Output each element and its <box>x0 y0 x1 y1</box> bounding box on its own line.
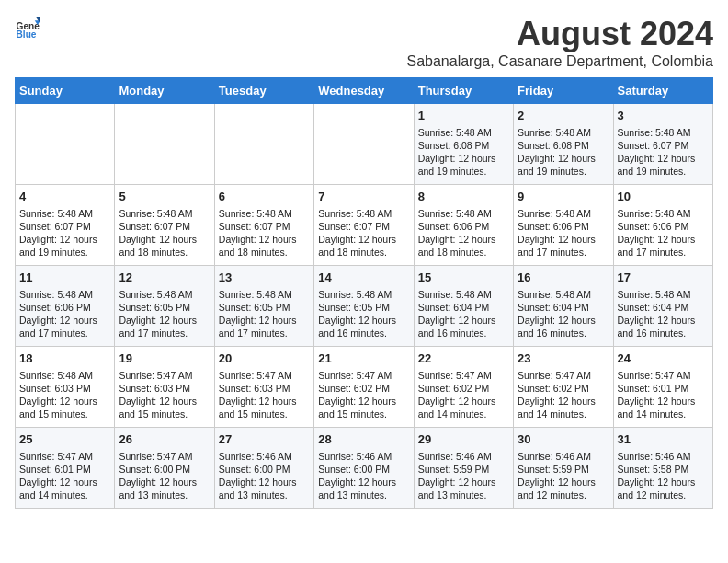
day-number: 24 <box>618 350 709 367</box>
day-info-line: and 19 minutes. <box>19 246 110 259</box>
day-number: 25 <box>19 431 110 448</box>
calendar-cell <box>115 104 214 185</box>
day-info-line: Sunset: 6:05 PM <box>119 301 210 314</box>
day-info-line: and 15 minutes. <box>219 408 310 420</box>
main-title: August 2024 <box>406 15 713 53</box>
day-info-line: and 15 minutes. <box>318 408 409 420</box>
calendar-week-row: 1Sunrise: 5:48 AMSunset: 6:08 PMDaylight… <box>16 104 713 185</box>
day-info-line: Daylight: 12 hours <box>418 314 509 327</box>
weekday-saturday: Saturday <box>613 78 712 104</box>
day-info-line: Daylight: 12 hours <box>19 233 110 246</box>
day-info-line: Sunrise: 5:48 AM <box>618 126 709 139</box>
day-info-line: Sunset: 6:02 PM <box>418 382 509 395</box>
calendar-week-row: 25Sunrise: 5:47 AMSunset: 6:01 PMDayligh… <box>16 428 713 509</box>
day-info-line: and 16 minutes. <box>518 327 609 339</box>
day-info-line: Daylight: 12 hours <box>19 395 110 408</box>
day-info-line: Sunrise: 5:47 AM <box>418 369 509 382</box>
day-info-line: and 17 minutes. <box>219 327 310 339</box>
day-info-line: Daylight: 12 hours <box>318 476 409 488</box>
day-number: 23 <box>518 350 609 367</box>
day-info-line: Daylight: 12 hours <box>19 314 110 327</box>
day-info-line: Sunset: 6:07 PM <box>119 220 210 233</box>
day-info-line: Sunset: 6:07 PM <box>318 220 409 233</box>
day-info-line: Sunrise: 5:46 AM <box>318 450 409 463</box>
day-info-line: Daylight: 12 hours <box>219 233 310 246</box>
day-info-line: and 14 minutes. <box>418 408 509 420</box>
calendar-cell: 27Sunrise: 5:46 AMSunset: 6:00 PMDayligh… <box>214 428 313 509</box>
calendar-cell: 13Sunrise: 5:48 AMSunset: 6:05 PMDayligh… <box>214 266 313 347</box>
day-number: 3 <box>618 108 709 124</box>
day-info-line: Daylight: 12 hours <box>618 395 709 408</box>
calendar-cell: 2Sunrise: 5:48 AMSunset: 6:08 PMDaylight… <box>514 104 613 185</box>
day-info-line: Sunrise: 5:48 AM <box>518 288 609 301</box>
calendar-week-row: 18Sunrise: 5:48 AMSunset: 6:03 PMDayligh… <box>16 347 713 428</box>
weekday-tuesday: Tuesday <box>214 78 313 104</box>
day-info-line: Sunset: 6:06 PM <box>618 220 709 233</box>
day-info-line: and 13 minutes. <box>219 488 310 501</box>
day-info-line: Daylight: 12 hours <box>518 314 609 327</box>
calendar-cell: 31Sunrise: 5:46 AMSunset: 5:58 PMDayligh… <box>613 428 712 509</box>
day-number: 26 <box>119 431 210 448</box>
day-number: 11 <box>19 270 110 286</box>
day-number: 15 <box>418 270 509 286</box>
calendar-cell: 12Sunrise: 5:48 AMSunset: 6:05 PMDayligh… <box>115 266 214 347</box>
day-info-line: and 19 minutes. <box>418 165 509 178</box>
day-info-line: Sunset: 5:58 PM <box>618 463 709 476</box>
day-info-line: Sunrise: 5:47 AM <box>119 369 210 382</box>
day-info-line: Sunrise: 5:46 AM <box>518 450 609 463</box>
day-number: 8 <box>418 189 509 205</box>
day-number: 27 <box>219 431 310 448</box>
day-info-line: Sunset: 6:06 PM <box>19 301 110 314</box>
day-number: 20 <box>219 350 310 367</box>
day-info-line: Sunrise: 5:48 AM <box>318 288 409 301</box>
calendar-cell: 6Sunrise: 5:48 AMSunset: 6:07 PMDaylight… <box>214 185 313 266</box>
calendar-cell: 15Sunrise: 5:48 AMSunset: 6:04 PMDayligh… <box>414 266 513 347</box>
day-info-line: Daylight: 12 hours <box>618 152 709 165</box>
calendar-cell: 26Sunrise: 5:47 AMSunset: 6:00 PMDayligh… <box>115 428 214 509</box>
calendar-cell: 22Sunrise: 5:47 AMSunset: 6:02 PMDayligh… <box>414 347 513 428</box>
calendar-cell: 11Sunrise: 5:48 AMSunset: 6:06 PMDayligh… <box>16 266 115 347</box>
day-info-line: Sunrise: 5:46 AM <box>418 450 509 463</box>
day-info-line: and 16 minutes. <box>618 327 709 339</box>
logo-icon: General Blue <box>15 15 40 40</box>
day-info-line: Sunset: 6:00 PM <box>219 463 310 476</box>
calendar-cell: 17Sunrise: 5:48 AMSunset: 6:04 PMDayligh… <box>613 266 712 347</box>
day-info-line: Sunset: 6:07 PM <box>219 220 310 233</box>
calendar-cell: 24Sunrise: 5:47 AMSunset: 6:01 PMDayligh… <box>613 347 712 428</box>
day-info-line: Sunrise: 5:48 AM <box>219 207 310 220</box>
day-info-line: Sunset: 6:04 PM <box>418 301 509 314</box>
weekday-monday: Monday <box>115 78 214 104</box>
calendar-cell: 21Sunrise: 5:47 AMSunset: 6:02 PMDayligh… <box>314 347 414 428</box>
calendar-cell: 25Sunrise: 5:47 AMSunset: 6:01 PMDayligh… <box>16 428 115 509</box>
day-info-line: Daylight: 12 hours <box>518 233 609 246</box>
day-info-line: and 14 minutes. <box>518 408 609 420</box>
day-info-line: Daylight: 12 hours <box>318 314 409 327</box>
calendar-cell: 23Sunrise: 5:47 AMSunset: 6:02 PMDayligh… <box>514 347 613 428</box>
weekday-header-row: SundayMondayTuesdayWednesdayThursdayFrid… <box>16 78 713 104</box>
page-header: General Blue August 2024 Sabanalarga, Ca… <box>15 15 713 70</box>
title-block: August 2024 Sabanalarga, Casanare Depart… <box>406 15 713 70</box>
day-number: 29 <box>418 431 509 448</box>
day-info-line: Sunset: 6:04 PM <box>618 301 709 314</box>
day-info-line: Sunrise: 5:48 AM <box>19 369 110 382</box>
calendar-cell: 5Sunrise: 5:48 AMSunset: 6:07 PMDaylight… <box>115 185 214 266</box>
calendar-cell: 16Sunrise: 5:48 AMSunset: 6:04 PMDayligh… <box>514 266 613 347</box>
day-info-line: Daylight: 12 hours <box>219 476 310 488</box>
day-info-line: Daylight: 12 hours <box>418 395 509 408</box>
day-info-line: Sunset: 6:00 PM <box>318 463 409 476</box>
svg-text:Blue: Blue <box>17 29 37 40</box>
calendar-table: SundayMondayTuesdayWednesdayThursdayFrid… <box>15 77 713 509</box>
day-info-line: and 16 minutes. <box>318 327 409 339</box>
day-info-line: Sunset: 6:06 PM <box>518 220 609 233</box>
day-info-line: Sunrise: 5:48 AM <box>618 288 709 301</box>
calendar-cell: 4Sunrise: 5:48 AMSunset: 6:07 PMDaylight… <box>16 185 115 266</box>
day-info-line: Sunrise: 5:48 AM <box>19 207 110 220</box>
calendar-cell: 30Sunrise: 5:46 AMSunset: 5:59 PMDayligh… <box>514 428 613 509</box>
day-number: 21 <box>318 350 409 367</box>
day-info-line: Sunset: 6:01 PM <box>19 463 110 476</box>
weekday-thursday: Thursday <box>414 78 513 104</box>
calendar-cell <box>214 104 313 185</box>
subtitle: Sabanalarga, Casanare Department, Colomb… <box>406 53 713 70</box>
day-info-line: Daylight: 12 hours <box>119 395 210 408</box>
calendar-cell: 28Sunrise: 5:46 AMSunset: 6:00 PMDayligh… <box>314 428 414 509</box>
